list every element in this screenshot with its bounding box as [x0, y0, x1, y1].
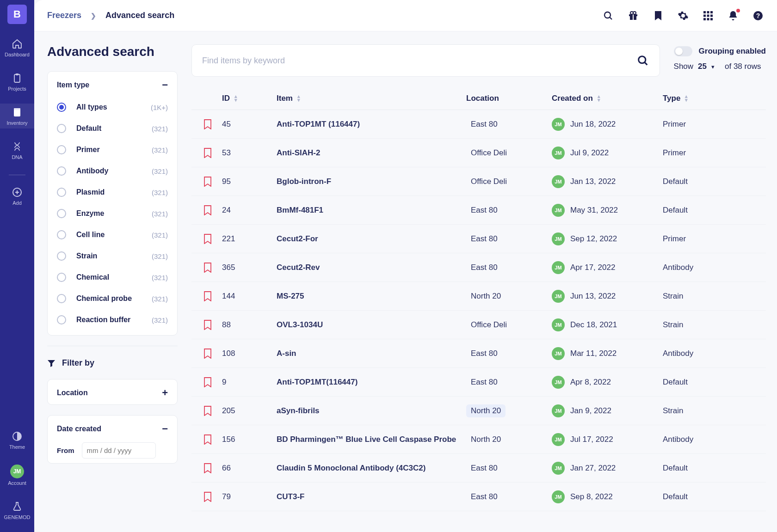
bookmark-outline-icon[interactable] — [204, 291, 212, 301]
bookmark-icon[interactable] — [652, 10, 664, 22]
collapse-button[interactable]: − — [162, 80, 168, 90]
bookmark-outline-icon[interactable] — [204, 320, 212, 330]
type-count: (321) — [152, 295, 168, 303]
col-id[interactable]: ID ▴▾ — [222, 94, 277, 103]
cell-item[interactable]: CUT3-F — [277, 492, 466, 501]
sidebar-item-theme[interactable]: Theme — [0, 428, 34, 453]
cell-location: East 80 — [466, 462, 552, 475]
cell-item[interactable]: Claudin 5 Monoclonal Antibody (4C3C2) — [277, 464, 466, 473]
cell-item[interactable]: Anti-TOP1MT (116447) — [277, 120, 466, 129]
cell-item[interactable]: Cecut2-Rev — [277, 263, 466, 272]
item-type-option[interactable]: Reaction buffer (321) — [53, 309, 172, 330]
table-row[interactable]: 24 BmMf-481F1 East 80 JM May 31, 2022 De… — [191, 196, 766, 225]
table-row[interactable]: 95 Bglob-intron-F Office Deli JM Jan 13,… — [191, 167, 766, 196]
gift-icon[interactable] — [627, 10, 639, 22]
sidebar-item-account[interactable]: JM Account — [0, 462, 34, 489]
item-type-option[interactable]: Strain (321) — [53, 245, 172, 267]
item-type-option[interactable]: Antibody (321) — [53, 160, 172, 182]
cell-created: JM Jun 18, 2022 — [552, 118, 663, 131]
cell-created: JM Jul 9, 2022 — [552, 147, 663, 159]
col-type[interactable]: Type ▴▾ — [663, 94, 737, 103]
search-icon[interactable] — [602, 10, 614, 22]
cell-item[interactable]: aSyn-fibrils — [277, 406, 466, 416]
col-created[interactable]: Created on ▴▾ — [552, 94, 663, 103]
bookmark-outline-icon[interactable] — [204, 148, 212, 158]
table-row[interactable]: 108 A-sin East 80 JM Mar 11, 2022 Antibo… — [191, 339, 766, 368]
help-icon[interactable]: ? — [752, 10, 764, 22]
chevron-down-icon[interactable]: ▾ — [711, 63, 715, 70]
radio-icon — [57, 166, 66, 176]
grouping-toggle[interactable] — [674, 46, 692, 56]
cell-item[interactable]: A-sin — [277, 349, 466, 358]
item-type-option[interactable]: Chemical (321) — [53, 267, 172, 288]
expand-button[interactable]: + — [162, 388, 168, 398]
cell-location: East 80 — [466, 376, 552, 389]
avatar: JM — [552, 376, 565, 389]
bookmark-outline-icon[interactable] — [204, 205, 212, 215]
date-from-input[interactable] — [82, 442, 156, 459]
cell-created: JM Mar 11, 2022 — [552, 347, 663, 360]
table-row[interactable]: 144 MS-275 North 20 JM Jun 13, 2022 Stra… — [191, 282, 766, 311]
table-row[interactable]: 88 OVL3-1034U Office Deli JM Dec 18, 202… — [191, 311, 766, 339]
cell-item[interactable]: Anti-SIAH-2 — [277, 148, 466, 158]
bookmark-outline-icon[interactable] — [204, 406, 212, 416]
item-type-option[interactable]: Cell line (321) — [53, 224, 172, 245]
apps-grid-icon[interactable] — [702, 10, 714, 22]
cell-item[interactable]: Cecut2-For — [277, 234, 466, 244]
bell-icon[interactable] — [727, 10, 739, 22]
breadcrumb-root[interactable]: Freezers — [47, 11, 81, 20]
sidebar-item-inventory[interactable]: Inventory — [0, 104, 34, 128]
table-row[interactable]: 221 Cecut2-For East 80 JM Sep 12, 2022 P… — [191, 225, 766, 253]
table-row[interactable]: 205 aSyn-fibrils North 20 JM Jan 9, 2022… — [191, 397, 766, 425]
bookmark-outline-icon[interactable] — [204, 119, 212, 129]
app-logo[interactable]: B — [7, 5, 27, 24]
cell-item[interactable]: OVL3-1034U — [277, 320, 466, 330]
bookmark-outline-icon[interactable] — [204, 434, 212, 445]
cell-created: JM Jul 17, 2022 — [552, 433, 663, 446]
sidebar-item-add[interactable]: Add — [0, 183, 34, 208]
sidebar-item-dna[interactable]: DNA — [0, 138, 34, 163]
table-row[interactable]: 53 Anti-SIAH-2 Office Deli JM Jul 9, 202… — [191, 139, 766, 167]
table-row[interactable]: 365 Cecut2-Rev East 80 JM Apr 17, 2022 A… — [191, 253, 766, 282]
sidebar-item-genemod[interactable]: GENEMOD — [0, 498, 34, 523]
type-label: Cell line — [76, 231, 105, 239]
avatar: JM — [552, 118, 565, 131]
bookmark-outline-icon[interactable] — [204, 463, 212, 473]
bookmark-outline-icon[interactable] — [204, 492, 212, 502]
col-location[interactable]: Location — [466, 94, 552, 103]
search-icon[interactable] — [636, 54, 649, 67]
table-row[interactable]: 79 CUT3-F East 80 JM Sep 8, 2022 Default — [191, 483, 766, 511]
collapse-button[interactable]: − — [162, 424, 168, 434]
table-row[interactable]: 156 BD Pharmingen™ Blue Live Cell Caspas… — [191, 425, 766, 454]
date-created-title: Date created — [57, 425, 101, 433]
bookmark-outline-icon[interactable] — [204, 349, 212, 359]
show-count[interactable]: 25 — [698, 62, 707, 71]
item-type-option[interactable]: Primer (321) — [53, 139, 172, 160]
gear-icon[interactable] — [677, 10, 689, 22]
sidebar-item-projects[interactable]: Projects — [0, 69, 34, 94]
search-input[interactable] — [202, 56, 636, 66]
sidebar-item-dashboard[interactable]: Dashboard — [0, 35, 34, 60]
item-type-option[interactable]: Enzyme (321) — [53, 203, 172, 224]
item-type-option[interactable]: Default (321) — [53, 118, 172, 139]
bookmark-outline-icon[interactable] — [204, 234, 212, 244]
item-type-option[interactable]: Plasmid (321) — [53, 182, 172, 203]
item-type-option[interactable]: Chemical probe (321) — [53, 288, 172, 309]
location-card[interactable]: Location + — [47, 379, 178, 405]
table-row[interactable]: 45 Anti-TOP1MT (116447) East 80 JM Jun 1… — [191, 110, 766, 139]
bookmark-outline-icon[interactable] — [204, 263, 212, 273]
cell-item[interactable]: Anti-TOP1MT(116447) — [277, 378, 466, 387]
cell-created: JM Jun 13, 2022 — [552, 290, 663, 303]
bookmark-outline-icon[interactable] — [204, 177, 212, 187]
search-box[interactable] — [191, 44, 660, 77]
cell-item[interactable]: BD Pharmingen™ Blue Live Cell Caspase Pr… — [277, 435, 466, 444]
cell-item[interactable]: Bglob-intron-F — [277, 177, 466, 186]
bookmark-outline-icon[interactable] — [204, 377, 212, 387]
table-row[interactable]: 66 Claudin 5 Monoclonal Antibody (4C3C2)… — [191, 454, 766, 483]
table-row[interactable]: 9 Anti-TOP1MT(116447) East 80 JM Apr 8, … — [191, 368, 766, 397]
cell-location: Office Deli — [466, 318, 552, 331]
cell-item[interactable]: BmMf-481F1 — [277, 206, 466, 215]
cell-item[interactable]: MS-275 — [277, 292, 466, 301]
col-item[interactable]: Item ▴▾ — [277, 94, 466, 103]
item-type-option[interactable]: All types (1K+) — [53, 97, 172, 118]
